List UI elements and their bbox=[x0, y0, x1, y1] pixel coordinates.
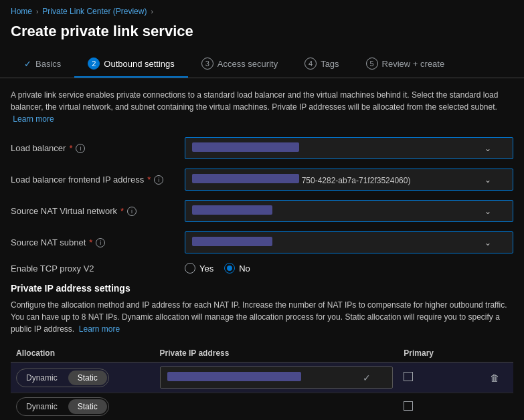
learn-more-link-top[interactable]: Learn more bbox=[13, 114, 54, 124]
tab-tags-label: Tags bbox=[321, 59, 339, 69]
tab-outbound[interactable]: 2 Outbound settings bbox=[74, 51, 188, 78]
chevron-down-icon: ⌄ bbox=[485, 144, 491, 153]
lb-frontend-label: Load balancer frontend IP address * i bbox=[11, 175, 185, 185]
radio-yes-label: Yes bbox=[199, 264, 213, 274]
breadcrumb: Home › Private Link Center (Preview) › bbox=[0, 0, 524, 20]
col-header-primary: Primary bbox=[398, 344, 485, 362]
lb-frontend-row: Load balancer frontend IP address * i 75… bbox=[11, 169, 513, 191]
source-nat-subnet-control: ⌄ bbox=[185, 231, 513, 253]
radio-circle-yes bbox=[185, 263, 195, 274]
info-icon-lbf[interactable]: i bbox=[154, 175, 163, 185]
source-nat-vnet-control: ⌄ bbox=[185, 200, 513, 222]
required-star: * bbox=[69, 143, 72, 153]
ip-settings-desc: Configure the allocation method and IP a… bbox=[11, 299, 513, 335]
source-nat-subnet-dropdown[interactable]: ⌄ bbox=[185, 231, 513, 253]
load-balancer-row: Load balancer * i ⌄ bbox=[11, 137, 513, 159]
tab-access-label: Access security bbox=[217, 59, 278, 69]
tab-basics[interactable]: ✓ Basics bbox=[11, 52, 74, 77]
tabs-bar: ✓ Basics 2 Outbound settings 3 Access se… bbox=[0, 51, 524, 78]
breadcrumb-center[interactable]: Private Link Center (Preview) bbox=[42, 7, 147, 16]
allocation-toggle-2: Dynamic Static bbox=[16, 397, 109, 416]
col-header-delete bbox=[485, 344, 513, 362]
load-balancer-label: Load balancer * i bbox=[11, 143, 185, 153]
main-content: A private link service enables private c… bbox=[0, 78, 524, 420]
toggle-static-1[interactable]: Static bbox=[68, 371, 107, 385]
chevron-down-icon-3: ⌄ bbox=[485, 207, 491, 216]
tcp-proxy-control: Yes No bbox=[185, 263, 513, 274]
lb-frontend-value: 750-4282-ab7a-71f2f3524060) bbox=[302, 176, 411, 185]
radio-yes[interactable]: Yes bbox=[185, 263, 213, 274]
page-title: Create private link service bbox=[0, 20, 524, 51]
allocation-cell-2: Dynamic Static bbox=[11, 393, 155, 421]
toggle-static-2[interactable]: Static bbox=[68, 399, 107, 414]
tab-access-number: 3 bbox=[201, 58, 213, 70]
delete-icon-1[interactable]: 🗑 bbox=[490, 373, 499, 383]
checkbox-primary-1[interactable] bbox=[404, 372, 413, 381]
radio-dot-no bbox=[227, 266, 232, 271]
tab-outbound-number: 2 bbox=[88, 58, 100, 70]
load-balancer-dropdown[interactable]: ⌄ bbox=[185, 137, 513, 159]
tab-review[interactable]: 5 Review + create bbox=[353, 51, 458, 78]
tab-review-label: Review + create bbox=[382, 59, 445, 69]
allocation-toggle-1: Dynamic Static bbox=[16, 369, 109, 387]
tab-tags-number: 4 bbox=[304, 58, 317, 70]
load-balancer-control: ⌄ bbox=[185, 137, 513, 159]
required-star-2: * bbox=[147, 175, 151, 185]
ip-address-table: Allocation Private IP address Primary Dy… bbox=[11, 344, 513, 420]
checkbox-primary-2[interactable] bbox=[404, 401, 413, 411]
tab-tags[interactable]: 4 Tags bbox=[291, 51, 352, 78]
col-header-allocation: Allocation bbox=[11, 344, 155, 362]
required-star-3: * bbox=[120, 206, 124, 216]
ip-cell-1: ✓ bbox=[155, 362, 399, 393]
info-icon-subnet[interactable]: i bbox=[96, 238, 105, 247]
radio-no[interactable]: No bbox=[224, 263, 250, 274]
breadcrumb-sep2: › bbox=[151, 8, 153, 15]
check-icon: ✓ bbox=[24, 59, 31, 69]
chevron-down-icon-2: ⌄ bbox=[485, 175, 491, 185]
delete-cell-1: 🗑 bbox=[485, 362, 513, 393]
tab-basics-label: Basics bbox=[35, 59, 61, 69]
primary-cell-1 bbox=[398, 362, 485, 393]
table-row: Dynamic Static ✓ bbox=[11, 362, 513, 393]
lb-frontend-dropdown[interactable]: 750-4282-ab7a-71f2f3524060) ⌄ bbox=[185, 169, 513, 191]
tab-review-number: 5 bbox=[366, 58, 378, 70]
breadcrumb-sep1: › bbox=[36, 8, 38, 15]
breadcrumb-home[interactable]: Home bbox=[11, 7, 32, 16]
ip-settings-title: Private IP address settings bbox=[11, 283, 513, 294]
required-star-4: * bbox=[89, 237, 92, 247]
radio-circle-no bbox=[224, 263, 235, 274]
table-row: Dynamic Static bbox=[11, 393, 513, 421]
radio-no-label: No bbox=[239, 264, 250, 274]
check-icon-1: ✓ bbox=[363, 373, 371, 383]
tab-access[interactable]: 3 Access security bbox=[188, 51, 291, 78]
source-nat-subnet-label: Source NAT subnet * i bbox=[11, 237, 185, 247]
info-icon-lb[interactable]: i bbox=[76, 144, 85, 153]
col-header-ip: Private IP address bbox=[155, 344, 399, 362]
source-nat-vnet-label: Source NAT Virtual network * i bbox=[11, 206, 185, 216]
lb-frontend-control: 750-4282-ab7a-71f2f3524060) ⌄ bbox=[185, 169, 513, 191]
primary-cell-2 bbox=[398, 393, 485, 421]
info-icon-vnet[interactable]: i bbox=[127, 207, 137, 216]
toggle-dynamic-1[interactable]: Dynamic bbox=[17, 369, 67, 387]
delete-cell-2 bbox=[485, 393, 513, 421]
tab-outbound-label: Outbound settings bbox=[104, 59, 175, 69]
toggle-dynamic-2[interactable]: Dynamic bbox=[17, 398, 67, 415]
tcp-proxy-row: Enable TCP proxy V2 Yes No bbox=[11, 263, 513, 274]
chevron-down-icon-4: ⌄ bbox=[485, 238, 491, 247]
source-nat-subnet-row: Source NAT subnet * i ⌄ bbox=[11, 231, 513, 253]
radio-group-tcp: Yes No bbox=[185, 263, 513, 274]
source-nat-vnet-row: Source NAT Virtual network * i ⌄ bbox=[11, 200, 513, 222]
tcp-proxy-label: Enable TCP proxy V2 bbox=[11, 264, 185, 274]
page-description: A private link service enables private c… bbox=[11, 89, 513, 125]
ip-cell-2 bbox=[155, 393, 399, 421]
allocation-cell-1: Dynamic Static bbox=[11, 362, 155, 393]
ip-settings-section: Private IP address settings Configure th… bbox=[11, 283, 513, 420]
source-nat-vnet-dropdown[interactable]: ⌄ bbox=[185, 200, 513, 222]
learn-more-link-ip[interactable]: Learn more bbox=[79, 324, 120, 334]
ip-dropdown-1[interactable]: ✓ bbox=[160, 366, 394, 389]
